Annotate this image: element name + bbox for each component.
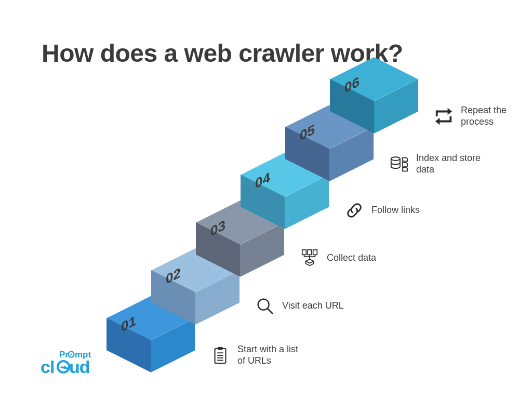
step-text: Collect data bbox=[327, 252, 376, 264]
clipboard-icon bbox=[210, 345, 230, 365]
magnifier-icon bbox=[255, 296, 275, 316]
step-label: Collect data bbox=[300, 248, 376, 268]
step-text: Visit each URL bbox=[282, 300, 344, 312]
step-label: Repeat the process bbox=[434, 105, 528, 127]
database-icon bbox=[389, 154, 409, 174]
svg-text:Pr: Pr bbox=[59, 350, 69, 360]
step-text: Start with a list of URLs bbox=[237, 344, 305, 366]
step-label: Follow links bbox=[344, 201, 420, 220]
step-label: Visit each URL bbox=[255, 296, 344, 316]
step-text: Follow links bbox=[371, 205, 420, 216]
page-title: How does a web crawler work? bbox=[42, 39, 403, 68]
step-cube-06 bbox=[374, 57, 436, 119]
link-icon bbox=[344, 201, 364, 220]
svg-text:ud: ud bbox=[69, 357, 90, 377]
step-label: Start with a list of URLs bbox=[210, 344, 305, 366]
step-label: Index and store data bbox=[389, 153, 484, 175]
repeat-icon bbox=[434, 107, 454, 126]
promptcloud-logo: Pr mpt cl ud bbox=[31, 347, 104, 380]
step-text: Index and store data bbox=[416, 153, 484, 175]
svg-text:cl: cl bbox=[41, 357, 54, 377]
step-text: Repeat the process bbox=[461, 105, 528, 127]
collect-icon bbox=[300, 248, 320, 268]
svg-point-2 bbox=[70, 353, 72, 355]
